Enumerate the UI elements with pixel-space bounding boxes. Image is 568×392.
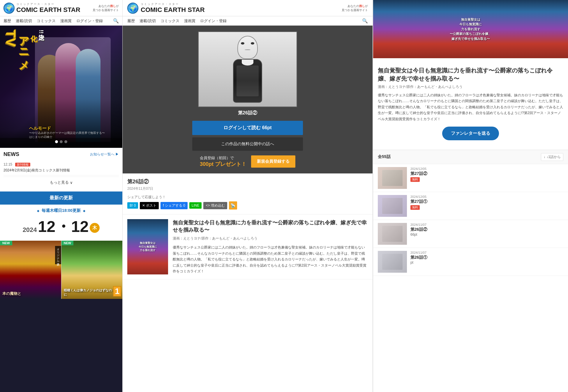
episode-item-4[interactable]: 2024/11/07 第26話① pt [373,248,568,276]
hero-manga-subtitle: 〜やり込み好きのゲーマーは廃設定の異世界で無双する〜 [29,131,119,135]
sort-icon: ↓ [544,155,545,159]
mid-nav-login[interactable]: ログイン・登録 [200,18,227,24]
fb-icon: f [163,203,164,207]
share-hatena[interactable]: B! 0 [127,202,138,209]
share-line[interactable]: LINE [189,202,202,209]
register-button[interactable]: 新規会員登録する [251,155,295,168]
middle-logo: 🌍 コミックアース・スター COMIC EARTH STAR [127,2,205,14]
search-icon[interactable]: 🔍 [113,18,119,24]
date-day-num: 12 [71,218,89,235]
sort-label: ↓1話から [546,155,561,159]
free-chapter-button[interactable]: この作品の無料公開中の話へ [192,137,303,151]
hero-anime-text: アニメ [19,30,29,65]
episode-thumb-3 [378,223,407,245]
manga-page-viewer [198,31,297,107]
news-more-link[interactable]: お知らせ一覧へ ▶ [90,152,119,157]
news-date: 12.15 [3,162,12,166]
schedule-header: ◆ 毎週木曜日18:00更新 ◆ [3,208,119,213]
share-rss[interactable]: 📡 [229,201,237,210]
hero-kettei-text: 決定!! [38,30,44,65]
nav-serial[interactable]: 連載/読切 [16,18,32,24]
news-title: NEWS [3,151,19,157]
share-embed[interactable]: <> 埋め込む [203,202,227,209]
manga-author: 漫画：えとうヨナ/原作：あーもんど・あんぺよしろう [173,236,368,241]
episode-title-4: 第26話① [410,255,563,260]
middle-tagline-highlight: 推し [359,4,365,8]
left-header: 🌍 コミックアース・スター COMIC EARTH STAR あなたの推しが見つ… [0,0,122,16]
tagline-highlight: 推し [110,4,116,8]
dot-2[interactable] [60,140,63,143]
schedule-section: ◆ 毎週木曜日18:00更新 ◆ 2024 12・12木 [0,205,122,241]
middle-logo-text: コミックアース・スター COMIC EARTH STAR [141,2,205,14]
episode-item-1[interactable]: 2024/12/05 第27話② 無料 [373,164,568,192]
news-header: NEWS お知らせ一覧へ ▶ [3,151,119,157]
mid-nav-history[interactable]: 履歴 [127,18,135,24]
episode-thumb-1 [378,167,407,189]
hero-vertical-text: TV アニメ 化 決定!! [4,30,44,65]
manga-card-2[interactable]: NEW 1 稲穂くんは偉カノジョのはずなのに [61,241,123,299]
middle-header: 🌍 コミックアース・スター COMIC EARTH STAR あなたの推しが見つ… [123,0,373,16]
hero-ka-text: 化 [30,30,37,65]
nav-history[interactable]: 履歴 [3,18,11,24]
episode-item-3[interactable]: 2024/11/07 第26話② 66pt [373,220,568,248]
episode-item-2[interactable]: 2024/12/05 第27話① 無料 [373,192,568,220]
manga-cards: NEW オリジナル読切！ 本の魔物と NEW 1 [0,241,122,299]
episode-pts-3: 66pt [410,233,417,237]
share-facebook[interactable]: f シェアする 0 [160,202,187,209]
more-button[interactable]: もっと見る ∨ [3,177,119,188]
manga-title-large: 無自覚聖女は今日も無意識に力を垂れ流す〜公爵家の落ちこぼれ令嬢、嫁ぎ先で幸せを掴… [173,219,368,234]
fan-letter-button[interactable]: ファンレターを送る [442,127,499,140]
middle-globe-icon: 🌍 [127,3,138,14]
nav-award[interactable]: 漫画賞 [60,18,72,24]
middle-site-name-en: COMIC EARTH STAR [141,6,205,13]
right-author: 漫画：えとうヨナ/原作：あーもんど・あんぺよしろう [378,84,563,89]
chapter-info: 第26話② 2024年11月07日 シェアして応援しよう！ B! 0 ✕ ポスト… [123,173,373,214]
left-nav: 履歴 連載/読切 コミックス 漫画賞 ログイン・登録 🔍 [0,16,122,26]
nav-comics[interactable]: コミックス [37,18,56,24]
date-weekday: 木 [90,223,100,233]
left-logo: 🌍 コミックアース・スター COMIC EARTH STAR [3,2,80,14]
dots-container [0,138,122,146]
manga-thumbnail: 無自覚聖女は今日も無意識に力を垂れ流す [127,219,168,274]
nav-login[interactable]: ログイン・登録 [76,18,103,24]
dot-1[interactable] [55,140,58,143]
mid-nav-serial[interactable]: 連載/読切 [140,18,156,24]
episode-title-1: 第27話② [410,171,563,176]
manga-details-section: 無自覚聖女は今日も無意識に力を垂れ流す 無自覚聖女は今日も無意識に力を垂れ流す〜… [123,214,373,279]
fb-label: シェアする 0 [165,203,185,208]
tagline-text: あなたの推しが見つかる漫画サイト [93,4,119,12]
schedule-text: 毎週木曜日18:00更新 [42,208,81,213]
register-prompt-pre: 会員登録（初回）で [200,156,234,160]
news-item: 12.15 新刊情報 2024年2月9日(金)発売コミックス新刊情報 [3,160,119,175]
episode-info-3: 2024/11/07 第26話② 66pt [410,223,563,237]
date-display: 2024 12・12木 [3,216,119,237]
middle-tagline: あなたの推しが見つかる漫画サイト [342,4,368,12]
mid-nav-award[interactable]: 漫画賞 [184,18,195,24]
manga-thumb-row: 無自覚聖女は今日も無意識に力を垂れ流す 無自覚聖女は今日も無意識に力を垂れ流す〜… [127,219,368,274]
mid-search-icon[interactable]: 🔍 [362,18,368,24]
mid-nav-comics[interactable]: コミックス [160,18,179,24]
right-title: 無自覚聖女は今日も無意識に力を垂れ流す〜公爵家の落ちこぼれ令嬢、嫁ぎ先で幸せを掴… [378,66,563,83]
manga-card-img-2: 1 稲穂くんは偉カノジョのはずなのに [61,241,123,299]
middle-site-name-ja: コミックアース・スター [141,2,205,6]
date-month: 12 [38,218,55,235]
manga-character [224,36,271,103]
read-button[interactable]: ログインして読む 66pt [192,121,303,135]
episode-thumb-4 [378,251,407,273]
episode-info-4: 2024/11/07 第26話① pt [410,251,563,265]
dot-3[interactable] [64,140,67,143]
chapter-title: 第26話② [127,178,368,185]
hero-area: TV アニメ 化 決定!! ヘルモード 〜やり込み好きのゲーマーは廃設定の異世界… [0,26,122,148]
episode-badge-1: 無料 [410,177,420,182]
episode-badge-2: 無料 [410,205,420,210]
news-item-header: 12.15 新刊情報 [3,162,119,167]
manga-card-1[interactable]: NEW オリジナル読切！ 本の魔物と [0,241,61,299]
diamond-right-icon: ◆ [83,209,85,212]
sort-button[interactable]: ↓ ↓1話から [541,153,563,161]
chevron-down-icon: ∨ [70,180,73,185]
share-label: シェアして応援しよう！ [127,195,368,200]
latest-update-banner: 最新の更新 [0,191,122,205]
episode-count: 全55話 [378,154,391,159]
more-btn-label: もっと見る [50,180,69,185]
share-x[interactable]: ✕ ポスト [140,202,159,209]
